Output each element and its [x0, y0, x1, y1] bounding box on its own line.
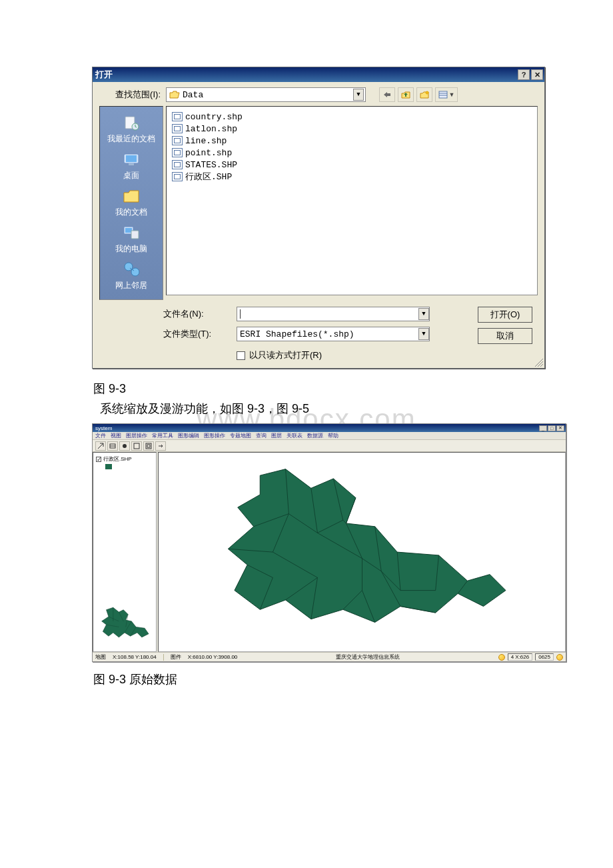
status-map-coords: X:108.58 Y:180.04: [113, 654, 157, 660]
file-item[interactable]: 行政区.SHP: [172, 171, 532, 183]
status-doc-label: 图件: [171, 653, 181, 661]
filetype-label: 文件类型(T):: [163, 328, 237, 340]
svg-rect-1: [439, 91, 447, 98]
svg-rect-11: [131, 231, 139, 239]
menu-item[interactable]: 图形操作: [204, 432, 225, 439]
shp-file-icon: [172, 160, 183, 169]
computer-icon: [121, 223, 142, 242]
svg-point-15: [123, 444, 127, 448]
gis-statusbar: 地图 X:108.58 Y:180.04 图件 X:6810.00 Y:3908…: [93, 652, 566, 661]
file-name: line.shp: [185, 136, 227, 146]
shp-file-icon: [172, 112, 183, 121]
maximize-button[interactable]: □: [548, 425, 556, 431]
menu-item[interactable]: 文件: [95, 432, 106, 439]
menu-item[interactable]: 查询: [256, 432, 267, 439]
gis-titlebar[interactable]: system _ □ ✕: [93, 424, 566, 432]
svg-point-13: [131, 268, 139, 276]
dialog-titlebar[interactable]: 打开 ? ✕: [93, 67, 544, 82]
menu-item[interactable]: 专题地图: [230, 432, 251, 439]
file-item[interactable]: latlon.shp: [172, 123, 532, 135]
close-button[interactable]: ✕: [556, 425, 564, 431]
place-label: 我最近的文档: [101, 133, 161, 145]
place-label: 桌面: [101, 170, 161, 181]
file-name: STATES.SHP: [185, 160, 237, 170]
toolbar-button[interactable]: [95, 441, 106, 451]
gis-layers-panel: 行政区.SHP: [93, 452, 157, 652]
menu-item[interactable]: 视图: [111, 432, 121, 439]
layer-swatch: [105, 464, 112, 469]
file-item[interactable]: line.shp: [172, 135, 532, 147]
status-pane-a: 4 X:626: [508, 653, 533, 661]
filetype-value: ESRI Shapefiles(*.shp): [240, 329, 354, 339]
folder-icon: [121, 187, 142, 205]
description-text: 系统缩放及漫游功能，如图 9-3，图 9-5: [100, 401, 593, 417]
toolbar-button[interactable]: [107, 441, 118, 451]
menu-item[interactable]: 帮助: [328, 432, 338, 439]
menu-item[interactable]: 关联表: [287, 432, 303, 439]
shp-file-icon: [172, 124, 183, 133]
readonly-checkbox[interactable]: [237, 351, 245, 360]
svg-rect-8: [129, 163, 134, 165]
toolbar-button[interactable]: [155, 441, 166, 451]
globe-icon: [498, 654, 505, 661]
recent-docs-icon: [121, 113, 142, 132]
dropdown-arrow-icon[interactable]: ▼: [418, 328, 429, 340]
filename-label: 文件名(N):: [163, 308, 237, 320]
nav-up-button[interactable]: [398, 87, 414, 102]
layer-checkbox[interactable]: [96, 457, 101, 462]
menu-item[interactable]: 数据源: [307, 432, 323, 439]
filename-input[interactable]: ▼: [237, 307, 430, 321]
menu-item[interactable]: 常用工具: [152, 432, 173, 439]
svg-point-12: [125, 263, 133, 271]
figure-caption-1: 图 9-3: [93, 381, 593, 397]
globe-icon: [556, 654, 563, 661]
place-network[interactable]: 网上邻居: [101, 259, 161, 294]
file-item[interactable]: STATES.SHP: [172, 159, 532, 171]
file-item[interactable]: point.shp: [172, 147, 532, 159]
place-label: 网上邻居: [101, 280, 161, 291]
resize-grip-icon[interactable]: [534, 357, 543, 367]
figure-caption-2: 图 9-3 原始数据: [93, 671, 593, 687]
file-list[interactable]: country.shp latlon.shp line.shp point.sh…: [166, 106, 538, 295]
nav-newfolder-button[interactable]: [416, 87, 432, 102]
menu-item[interactable]: 图层: [271, 432, 282, 439]
nav-back-button[interactable]: [379, 87, 395, 102]
gis-menubar[interactable]: 文件 视图 图层操作 常用工具 图形编辑 图形操作 专题地图 查询 图层 关联表…: [93, 432, 566, 440]
place-computer[interactable]: 我的电脑: [101, 222, 161, 257]
shp-file-icon: [172, 172, 183, 181]
gis-map-canvas[interactable]: [158, 452, 566, 652]
filetype-dropdown[interactable]: ESRI Shapefiles(*.shp) ▼: [237, 327, 430, 341]
open-file-dialog: 打开 ? ✕ 查找范围(I): Data ▼: [92, 67, 545, 369]
help-button[interactable]: ?: [518, 69, 530, 80]
close-button[interactable]: ✕: [531, 69, 543, 80]
minimize-button[interactable]: _: [539, 425, 547, 431]
svg-rect-18: [147, 445, 150, 447]
nav-views-button[interactable]: ▼: [435, 87, 458, 102]
places-bar: 我最近的文档 桌面 我的文档: [99, 106, 163, 300]
place-recent[interactable]: 我最近的文档: [101, 112, 161, 147]
open-button[interactable]: 打开(O): [478, 307, 532, 323]
file-item[interactable]: country.shp: [172, 111, 532, 123]
status-doc-coords: X:6810.00 Y:3908.00: [188, 654, 238, 660]
lookin-value: Data: [183, 90, 353, 100]
toolbar-button[interactable]: [143, 441, 154, 451]
dropdown-arrow-icon[interactable]: ▼: [353, 89, 364, 101]
readonly-label: 以只读方式打开(R): [249, 349, 322, 361]
menu-item[interactable]: 图层操作: [126, 432, 147, 439]
layer-item[interactable]: 行政区.SHP: [96, 455, 153, 463]
svg-rect-17: [146, 443, 151, 449]
dropdown-arrow-icon[interactable]: ▼: [418, 308, 429, 320]
cancel-button[interactable]: 取消: [478, 328, 532, 344]
place-mydocs[interactable]: 我的文档: [101, 185, 161, 221]
status-map-label: 地图: [95, 653, 106, 661]
menu-item[interactable]: 图形编辑: [178, 432, 199, 439]
gis-title: system: [95, 425, 538, 431]
toolbar-button[interactable]: [131, 441, 142, 451]
lookin-dropdown[interactable]: Data ▼: [166, 87, 366, 102]
place-desktop[interactable]: 桌面: [101, 149, 161, 184]
file-name: point.shp: [185, 148, 232, 158]
lookin-label: 查找范围(I):: [99, 89, 161, 101]
layer-name: 行政区.SHP: [103, 455, 132, 463]
toolbar-button[interactable]: [119, 441, 130, 451]
file-name: 行政区.SHP: [185, 171, 232, 183]
